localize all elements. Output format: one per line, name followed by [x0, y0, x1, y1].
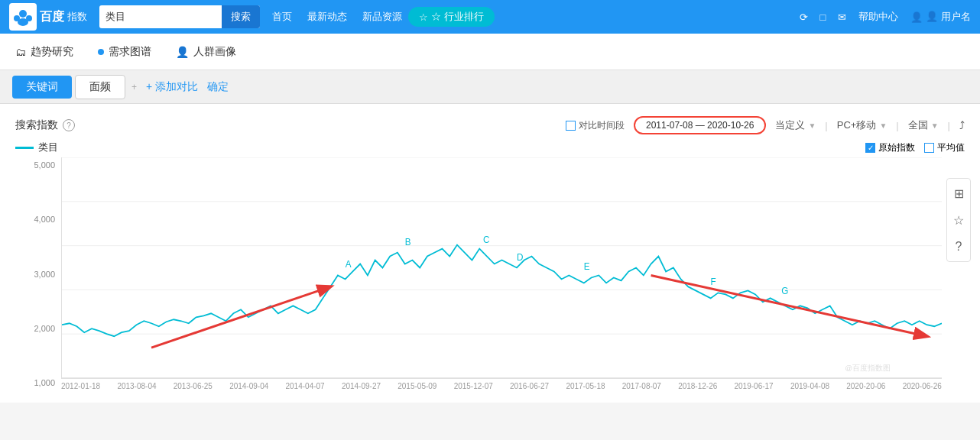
tab-compare[interactable]: + 添加对比 — [146, 80, 198, 94]
x-label-8: 2016-06-27 — [510, 382, 549, 390]
label-A: A — [346, 259, 352, 270]
separator2: | — [896, 120, 898, 131]
nav-user-avatar[interactable]: 👤 👤 用户名 — [910, 10, 971, 24]
y-label-2000: 2,000 — [34, 324, 55, 333]
region-label: 全国 — [908, 118, 928, 132]
subnav-portrait-label: 人群画像 — [193, 45, 236, 59]
time-selector[interactable]: 当定义 ▼ — [775, 118, 816, 132]
main-content: 搜索指数 ? 对比时间段 2011-07-08 — 2020-10-26 当定义… — [0, 104, 980, 403]
subnav-trend-label: 趋势研究 — [31, 45, 73, 59]
subnav-trend[interactable]: 🗂 趋势研究 — [15, 45, 73, 59]
average-checkbox[interactable]: 平均值 — [924, 141, 965, 154]
legend-options: ✓ 原始指数 平均值 — [865, 141, 965, 154]
search-input[interactable] — [99, 11, 222, 23]
tab-divider: + — [131, 82, 137, 92]
subnav-portrait[interactable]: 👤 人群画像 — [176, 45, 236, 59]
highlight-icon: ☆ — [419, 11, 428, 23]
nav-products[interactable]: 新品资源 — [362, 10, 402, 24]
baidu-logo-icon — [9, 3, 37, 31]
label-D: D — [517, 251, 523, 262]
date-range-text: 2011-07-08 — 2020-10-26 — [646, 120, 754, 131]
subnav-demand[interactable]: 需求图谱 — [98, 45, 151, 59]
nav-help[interactable]: 帮助中心 — [858, 10, 898, 24]
compare-checkbox-box — [566, 121, 576, 131]
region-dropdown-icon: ▼ — [931, 121, 939, 130]
nav-message-icon[interactable]: ✉ — [838, 11, 846, 23]
watermark-text: @百度指数图 — [845, 364, 890, 372]
x-label-6: 2015-05-09 — [398, 382, 436, 390]
x-label-2: 2013-06-25 — [174, 382, 213, 390]
search-box: 搜索 — [99, 5, 260, 28]
top-nav: 百度 指数 搜索 首页 最新动态 新品资源 ☆ ☆ 行业排行 ⟳ □ ✉ 帮助中… — [0, 0, 980, 34]
y-label-1000: 1,000 — [34, 378, 55, 387]
chart-header: 搜索指数 ? 对比时间段 2011-07-08 — 2020-10-26 当定义… — [15, 116, 965, 134]
info-icon[interactable]: ? — [63, 119, 75, 131]
nav-home[interactable]: 首页 — [272, 10, 292, 24]
chart-svg: A B C D E F G @百度指数图 — [62, 157, 942, 378]
legend-color-bar — [15, 147, 34, 149]
svg-point-0 — [19, 10, 27, 18]
arrow-down — [651, 275, 927, 336]
sub-nav: 🗂 趋势研究 需求图谱 👤 人群画像 — [0, 34, 980, 70]
side-help-icon[interactable]: ? — [953, 240, 964, 254]
compare-label: 对比时间段 — [579, 119, 625, 132]
x-label-9: 2017-05-18 — [566, 382, 605, 390]
label-E: E — [584, 261, 590, 272]
nav-monitor-icon[interactable]: □ — [820, 11, 826, 23]
nav-refresh-icon[interactable]: ⟳ — [800, 11, 808, 23]
chart-wrapper: 5,000 4,000 3,000 2,000 1,000 A B C — [61, 157, 942, 390]
original-checkbox[interactable]: ✓ 原始指数 — [865, 141, 915, 154]
nav-news[interactable]: 最新动态 — [307, 10, 347, 24]
chart-controls: 对比时间段 2011-07-08 — 2020-10-26 当定义 ▼ | PC… — [566, 116, 965, 134]
side-share-icon[interactable]: ⊞ — [953, 186, 964, 201]
separator3: | — [948, 120, 950, 131]
compare-checkbox[interactable]: 对比时间段 — [566, 119, 625, 132]
time-label: 当定义 — [775, 118, 805, 132]
x-label-13: 2019-04-08 — [790, 382, 829, 390]
label-G: G — [781, 286, 788, 296]
tab-face[interactable]: 面频 — [75, 75, 125, 99]
nav-highlight-rank[interactable]: ☆ ☆ 行业排行 — [408, 7, 495, 27]
legend-item: 类目 — [15, 141, 58, 154]
x-label-0: 2012-01-18 — [61, 382, 100, 390]
logo-sub: 指数 — [67, 10, 87, 24]
folder-icon: 🗂 — [15, 46, 26, 58]
date-range-badge[interactable]: 2011-07-08 — 2020-10-26 — [634, 116, 766, 134]
x-label-3: 2014-09-04 — [229, 382, 268, 390]
tab-confirm[interactable]: 确定 — [207, 80, 229, 94]
highlight-label: ☆ 行业排行 — [431, 10, 484, 24]
y-label-4000: 4,000 — [34, 215, 55, 224]
original-checkbox-box: ✓ — [865, 143, 875, 153]
x-label-12: 2019-06-17 — [735, 382, 774, 390]
y-axis: 5,000 4,000 3,000 2,000 1,000 — [21, 157, 58, 390]
legend-label: 类目 — [38, 141, 58, 154]
dot-icon — [98, 49, 104, 55]
x-axis: 2012-01-18 2013-08-04 2013-06-25 2014-09… — [61, 382, 942, 390]
device-dropdown-icon: ▼ — [879, 121, 887, 130]
person-icon: 👤 — [176, 46, 189, 58]
x-label-5: 2014-09-27 — [342, 382, 381, 390]
side-star-icon[interactable]: ☆ — [953, 213, 964, 228]
label-C: C — [483, 234, 490, 244]
tab-keyword[interactable]: 关键词 — [12, 76, 72, 99]
device-selector[interactable]: PC+移动 ▼ — [837, 118, 888, 132]
arrow-up — [151, 286, 330, 348]
x-label-15: 2020-06-26 — [903, 382, 942, 390]
x-label-4: 2014-04-07 — [286, 382, 325, 390]
region-selector[interactable]: 全国 ▼ — [908, 118, 939, 132]
average-label: 平均值 — [937, 141, 965, 154]
label-B: B — [405, 236, 411, 247]
x-label-7: 2015-12-07 — [454, 382, 493, 390]
subnav-demand-label: 需求图谱 — [109, 45, 151, 59]
export-icon[interactable]: ⤴ — [959, 119, 965, 131]
svg-point-3 — [18, 18, 28, 26]
chart-title-text: 搜索指数 — [15, 118, 58, 132]
average-checkbox-box — [924, 143, 934, 153]
logo-text: 百度 — [40, 9, 64, 25]
search-button[interactable]: 搜索 — [222, 5, 260, 28]
original-label: 原始指数 — [878, 141, 915, 154]
trend-line — [62, 245, 942, 337]
x-label-14: 2020-20-06 — [846, 382, 885, 390]
logo-area: 百度 指数 — [9, 3, 87, 31]
separator1: | — [825, 120, 827, 131]
